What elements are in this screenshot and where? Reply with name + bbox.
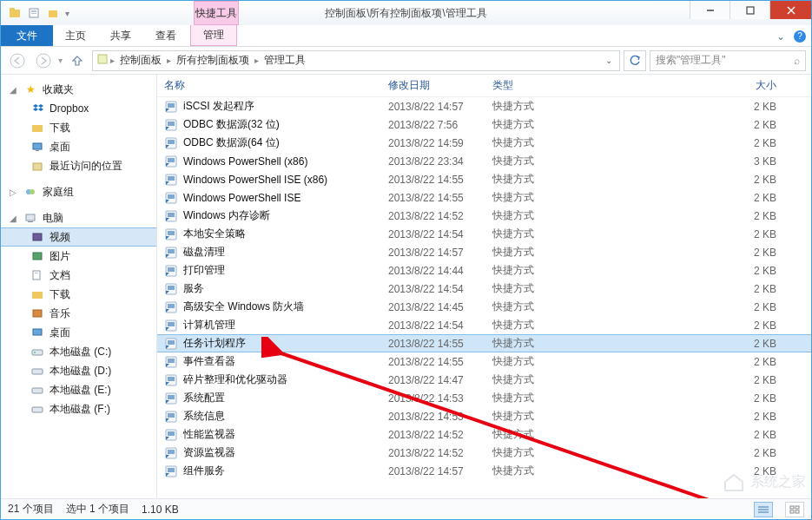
file-name: Windows 内存诊断: [183, 208, 270, 223]
qat-newfolder-icon[interactable]: [46, 6, 60, 20]
file-name: 性能监视器: [183, 427, 235, 442]
file-name: ODBC 数据源(64 位): [183, 135, 280, 150]
col-size[interactable]: 大小: [588, 78, 811, 93]
search-input[interactable]: 搜索"管理工具" ⌕: [650, 50, 806, 71]
nav-computer-item[interactable]: 音乐: [1, 304, 156, 323]
shortcut-icon: [164, 227, 178, 241]
homegroup-icon: [23, 185, 37, 199]
file-row[interactable]: 组件服务2013/8/22 14:57快捷方式2 KB: [157, 462, 811, 480]
file-type: 快捷方式: [492, 281, 588, 296]
file-date: 2013/8/22 7:56: [388, 119, 492, 131]
nav-computer-item[interactable]: 本地磁盘 (C:): [1, 342, 156, 361]
view-icons-button[interactable]: [785, 502, 804, 517]
svg-rect-48: [168, 231, 175, 235]
forward-button[interactable]: [32, 50, 55, 71]
crumb-2[interactable]: 管理工具: [261, 53, 309, 68]
nav-fav-downloads[interactable]: 下载: [1, 118, 156, 137]
file-type: 快捷方式: [492, 245, 588, 260]
file-row[interactable]: 性能监视器2013/8/22 14:52快捷方式2 KB: [157, 425, 811, 444]
svg-rect-58: [168, 322, 175, 326]
file-row[interactable]: 打印管理2013/8/22 14:44快捷方式2 KB: [157, 261, 811, 280]
file-date: 2013/8/22 14:54: [388, 228, 492, 240]
file-row[interactable]: 事件查看器2013/8/22 14:55快捷方式2 KB: [157, 352, 811, 371]
maximize-button[interactable]: [729, 1, 769, 19]
nav-computer-item[interactable]: 视频: [1, 227, 156, 247]
crumb-sep-icon[interactable]: ▸: [110, 56, 115, 65]
help-icon[interactable]: ?: [794, 30, 806, 43]
shortcut-icon: [164, 300, 178, 314]
view-details-button[interactable]: [754, 502, 773, 517]
svg-rect-28: [32, 350, 43, 355]
qat-properties-icon[interactable]: [27, 6, 41, 20]
crumb-sep-icon[interactable]: ▸: [167, 56, 171, 65]
nav-computer-item[interactable]: 文档: [1, 266, 156, 285]
file-type: 快捷方式: [492, 336, 588, 351]
nav-computer-item[interactable]: 本地磁盘 (D:): [1, 361, 156, 380]
drive-icon: [30, 326, 44, 339]
address-bar[interactable]: ▸ 控制面板 ▸ 所有控制面板项 ▸ 管理工具 ⌄: [92, 50, 620, 71]
tab-manage[interactable]: 管理: [190, 25, 237, 46]
crumb-sep-icon[interactable]: ▸: [254, 56, 259, 65]
file-row[interactable]: 磁盘清理2013/8/22 14:57快捷方式2 KB: [157, 243, 811, 261]
nav-fav-dropbox[interactable]: Dropbox: [1, 99, 156, 118]
nav-computer-item[interactable]: 下载: [1, 285, 156, 304]
file-size: 2 KB: [588, 301, 811, 313]
ribbon-expand-icon[interactable]: ⌄: [776, 30, 785, 43]
file-row[interactable]: 高级安全 Windows 防火墙2013/8/22 14:45快捷方式2 KB: [157, 298, 811, 316]
close-button[interactable]: [769, 1, 811, 19]
nav-fav-desktop[interactable]: 桌面: [1, 137, 156, 156]
file-row[interactable]: ODBC 数据源(64 位)2013/8/22 14:59快捷方式2 KB: [157, 134, 811, 152]
tab-home[interactable]: 主页: [53, 25, 98, 46]
file-size: 2 KB: [588, 228, 811, 240]
nav-computer-item[interactable]: 本地磁盘 (F:): [1, 399, 156, 418]
file-name: iSCSI 发起程序: [183, 99, 254, 114]
file-row[interactable]: Windows PowerShell (x86)2013/8/22 23:34快…: [157, 152, 811, 170]
svg-rect-74: [168, 468, 175, 472]
star-icon: ★: [23, 82, 37, 96]
file-row[interactable]: Windows 内存诊断2013/8/22 14:52快捷方式2 KB: [157, 207, 811, 225]
tab-view[interactable]: 查看: [143, 25, 188, 46]
up-button[interactable]: [66, 50, 89, 71]
computer-icon: [23, 211, 37, 225]
svg-rect-56: [168, 304, 175, 308]
nav-computer-item[interactable]: 桌面: [1, 323, 156, 342]
quick-access-toolbar: ▾: [1, 6, 69, 20]
file-row[interactable]: iSCSI 发起程序2013/8/22 14:57快捷方式2 KB: [157, 97, 811, 115]
nav-pane[interactable]: ◢★收藏夹 Dropbox 下载 桌面 最近访问的位置 ▷家庭组 ◢电脑 视频图…: [1, 75, 157, 498]
tab-share[interactable]: 共享: [98, 25, 143, 46]
file-row[interactable]: 计算机管理2013/8/22 14:54快捷方式2 KB: [157, 316, 811, 334]
crumb-0[interactable]: 控制面板: [116, 53, 165, 68]
file-row[interactable]: 任务计划程序2013/8/22 14:55快捷方式2 KB: [157, 334, 811, 352]
col-date[interactable]: 修改日期: [388, 78, 492, 93]
nav-homegroup[interactable]: ▷家庭组: [1, 182, 156, 201]
file-row[interactable]: Windows PowerShell ISE (x86)2013/8/22 14…: [157, 170, 811, 188]
tab-file[interactable]: 文件: [1, 25, 53, 46]
refresh-button[interactable]: [624, 50, 646, 71]
file-row[interactable]: 系统信息2013/8/22 14:53快捷方式2 KB: [157, 407, 811, 425]
file-row[interactable]: 碎片整理和优化驱动器2013/8/22 14:47快捷方式2 KB: [157, 371, 811, 389]
history-dropdown-icon[interactable]: ▾: [58, 56, 63, 65]
nav-computer[interactable]: ◢电脑: [1, 208, 156, 227]
file-row[interactable]: 服务2013/8/22 14:54快捷方式2 KB: [157, 280, 811, 298]
crumb-1[interactable]: 所有控制面板项: [173, 53, 253, 68]
file-row[interactable]: 资源监视器2013/8/22 14:52快捷方式2 KB: [157, 444, 811, 462]
qat-dropdown-icon[interactable]: ▾: [65, 9, 69, 18]
svg-rect-30: [32, 369, 43, 374]
col-type[interactable]: 类型: [492, 78, 588, 93]
file-row[interactable]: 本地安全策略2013/8/22 14:54快捷方式2 KB: [157, 225, 811, 243]
file-row[interactable]: 系统配置2013/8/22 14:53快捷方式2 KB: [157, 389, 811, 407]
nav-computer-item[interactable]: 本地磁盘 (E:): [1, 380, 156, 399]
address-dropdown-icon[interactable]: ⌄: [602, 56, 616, 65]
svg-rect-24: [35, 273, 38, 273]
minimize-button[interactable]: [690, 1, 729, 19]
back-button[interactable]: [6, 50, 29, 71]
file-row[interactable]: ODBC 数据源(32 位)2013/8/22 7:56快捷方式2 KB: [157, 115, 811, 134]
file-type: 快捷方式: [492, 227, 588, 241]
shortcut-icon: [164, 100, 178, 114]
nav-computer-item[interactable]: 图片: [1, 247, 156, 266]
col-name[interactable]: 名称: [164, 78, 388, 93]
nav-fav-recent[interactable]: 最近访问的位置: [1, 156, 156, 175]
nav-favorites[interactable]: ◢★收藏夹: [1, 80, 156, 99]
file-list[interactable]: iSCSI 发起程序2013/8/22 14:57快捷方式2 KBODBC 数据…: [157, 97, 811, 498]
file-row[interactable]: Windows PowerShell ISE2013/8/22 14:55快捷方…: [157, 188, 811, 207]
